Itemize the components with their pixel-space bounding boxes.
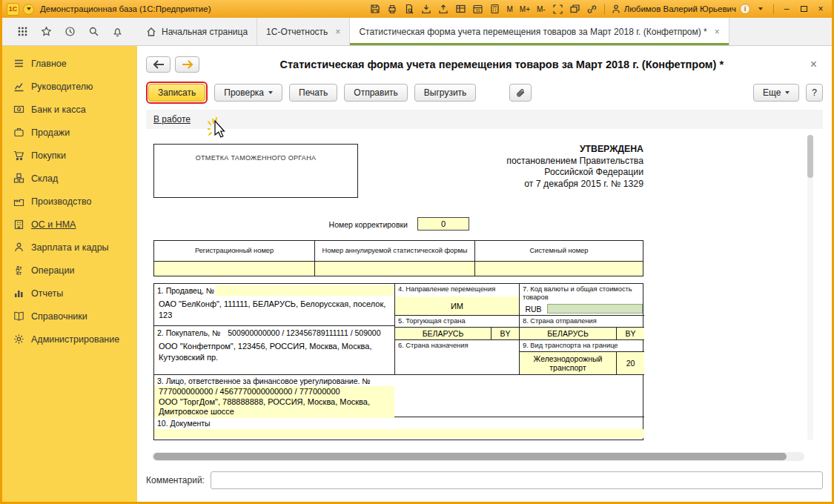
help-button[interactable]: ?: [806, 84, 823, 102]
banknote-icon: [13, 104, 24, 115]
sidebar-item-operations[interactable]: ДтКт Операции: [2, 259, 137, 282]
annulled-form-number-field[interactable]: [315, 261, 474, 276]
save-icon[interactable]: [368, 2, 382, 16]
goods-value-field[interactable]: [547, 304, 643, 314]
tab-1c-reporting[interactable]: 1С-Отчетность ×: [257, 18, 350, 45]
home-icon: [146, 27, 156, 37]
notifications-icon[interactable]: [109, 24, 125, 40]
quick-panel: [2, 18, 137, 45]
tab-statistical-form[interactable]: Статистическая форма учета перемещения т…: [350, 18, 729, 45]
sidebar-item-references[interactable]: Справочники: [2, 305, 137, 328]
building-icon: [13, 219, 24, 230]
seller-text[interactable]: ОАО "БелКонф", 111111, БЕЛАРУСЬ, Белорус…: [154, 297, 394, 320]
calculator-icon[interactable]: [488, 2, 501, 16]
cart-icon: [13, 150, 24, 161]
check-button[interactable]: Проверка: [214, 84, 282, 102]
print-preview-icon[interactable]: [403, 2, 416, 16]
attachments-button[interactable]: [509, 84, 532, 102]
close-tab-icon[interactable]: ×: [715, 27, 720, 37]
factory-icon: [13, 196, 24, 207]
memory-plus-button[interactable]: M+: [518, 5, 532, 13]
minimize-button[interactable]: –: [780, 4, 793, 14]
save-button[interactable]: Записать: [148, 84, 205, 102]
documents-field[interactable]: [154, 429, 644, 438]
sidebar-item-sales[interactable]: Продажи: [2, 121, 137, 144]
comment-input[interactable]: [211, 471, 823, 489]
system-number-field[interactable]: [475, 261, 643, 276]
responsible-person-field[interactable]: 777000000000 / 4567770000000000 / 777000…: [154, 386, 394, 418]
1c-logo: 1С: [7, 3, 19, 16]
vertical-scrollbar-thumb[interactable]: [807, 135, 813, 178]
export-icon[interactable]: [437, 2, 450, 16]
print-button[interactable]: Печать: [289, 84, 337, 102]
maximize-button[interactable]: [797, 4, 810, 14]
horizontal-scrollbar[interactable]: [152, 452, 804, 461]
sidebar-item-main[interactable]: Главное: [2, 52, 137, 75]
tab-home[interactable]: Начальная страница: [137, 18, 257, 45]
sidebar-item-fixed-assets[interactable]: ОС и НМА: [2, 213, 137, 236]
sidebar-item-purchases[interactable]: Покупки: [2, 144, 137, 167]
window-title: Демонстрационная база (1С:Предприятие): [40, 4, 211, 13]
back-button[interactable]: [146, 56, 171, 73]
menu-icon: [13, 58, 24, 69]
apps-grid-icon[interactable]: [14, 24, 30, 40]
status-link[interactable]: В работе: [153, 114, 191, 125]
trading-country-field[interactable]: БЕЛАРУСЬ BY: [395, 327, 519, 340]
save-highlight: Записать: [146, 82, 208, 104]
table-icon[interactable]: [454, 2, 467, 16]
titlebar: 1С Демонстрационная база (1С:Предприятие…: [2, 0, 832, 18]
departure-country-field[interactable]: БЕЛАРУСЬ BY: [520, 327, 644, 340]
maximize-icon: [801, 6, 807, 12]
sidebar-item-manager[interactable]: Руководителю: [2, 75, 137, 98]
vertical-scrollbar[interactable]: [807, 135, 813, 440]
horizontal-scrollbar-thumb[interactable]: [153, 453, 787, 460]
direction-field[interactable]: ИМ: [395, 296, 519, 316]
current-user[interactable]: Любимов Валерий Юрьевич: [611, 4, 736, 14]
close-window-button[interactable]: ×: [814, 4, 827, 14]
responsible-person-text: ООО "ТоргДом", 788888888, РОССИЯ, Москва…: [159, 397, 390, 417]
user-name: Любимов Валерий Юрьевич: [624, 4, 736, 13]
buyer-number[interactable]: 500900000000 / 123456789111111 / 509000: [228, 328, 380, 337]
departure-country-label: 8. Страна отправления: [520, 316, 644, 327]
buyer-text[interactable]: ООО "Конфетпром", 123456, РОССИЯ, Москва…: [154, 339, 394, 362]
trading-country-label: 5. Торгующая страна: [395, 316, 519, 327]
windows-icon[interactable]: [568, 2, 581, 16]
memory-minus-button[interactable]: M-: [535, 5, 547, 13]
calendar-icon[interactable]: 31: [471, 2, 484, 16]
sidebar-item-reports[interactable]: Отчеты: [2, 282, 137, 305]
forward-button[interactable]: [175, 56, 199, 73]
paperclip-icon: [515, 87, 526, 98]
correction-number-field[interactable]: 0: [417, 217, 469, 231]
close-tab-icon[interactable]: ×: [335, 27, 340, 37]
boxes-icon: [13, 173, 24, 184]
sidebar-item-production[interactable]: Производство: [2, 190, 137, 213]
book-icon: [13, 311, 24, 322]
transport-field[interactable]: Железнодорожный транспорт 20: [520, 351, 644, 374]
sidebar-item-warehouse[interactable]: Склад: [2, 167, 137, 190]
sidebar-item-bank-cash[interactable]: Банк и касса: [2, 98, 137, 121]
favorites-icon[interactable]: [38, 24, 54, 40]
print-icon[interactable]: [385, 2, 399, 16]
tabbar: Начальная страница 1С-Отчетность × Стати…: [2, 18, 832, 46]
memory-m-button[interactable]: M: [505, 5, 514, 13]
info-icon[interactable]: i: [740, 4, 750, 14]
page-title: Статистическая форма учета перемещения т…: [204, 59, 800, 70]
link-icon[interactable]: [585, 2, 598, 16]
upload-button[interactable]: Выгрузить: [414, 84, 477, 102]
tab-strip: Начальная страница 1С-Отчетность × Стати…: [137, 18, 832, 45]
registration-number-field[interactable]: [154, 261, 314, 276]
close-form-button[interactable]: ×: [804, 58, 823, 71]
send-button[interactable]: Отправить: [344, 84, 408, 102]
search-icon[interactable]: [85, 24, 102, 40]
svg-text:31: 31: [476, 8, 480, 13]
main-menu-button[interactable]: [23, 4, 34, 15]
history-icon[interactable]: [62, 24, 78, 40]
dropdown-arrow-icon: [268, 91, 273, 94]
import-icon[interactable]: [420, 2, 433, 16]
more-button[interactable]: Еще: [753, 84, 799, 102]
seller-field[interactable]: [215, 285, 394, 296]
chevron-down-icon[interactable]: [754, 2, 767, 16]
fullscreen-icon[interactable]: [551, 2, 564, 16]
sidebar-item-payroll-hr[interactable]: Зарплата и кадры: [2, 236, 137, 259]
sidebar-item-administration[interactable]: Администрирование: [2, 328, 137, 351]
